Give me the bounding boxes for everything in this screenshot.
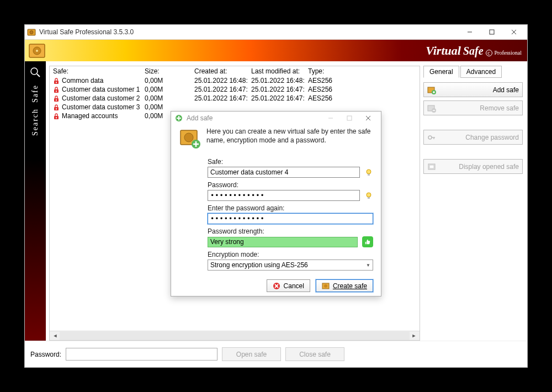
cancel-button[interactable]: Cancel — [267, 279, 310, 292]
svg-point-41 — [184, 133, 193, 142]
footer-password-label: Password: — [30, 351, 61, 358]
password-again-label: Enter the password again: — [208, 204, 373, 212]
dialog-intro-text: Here you can create a new virtual safe b… — [206, 127, 373, 145]
scroll-right-arrow[interactable]: ► — [410, 332, 418, 340]
hint-bulb-icon[interactable] — [364, 191, 373, 200]
password-strength-indicator: Very strong — [208, 237, 358, 247]
svg-rect-37 — [347, 116, 352, 120]
main-window: Virtual Safe Professional 3.5.3.0 Virtua… — [24, 24, 528, 368]
add-safe-button[interactable]: Add safe — [423, 82, 523, 97]
col-type[interactable]: Type: — [305, 66, 349, 76]
svg-rect-12 — [56, 82, 57, 83]
password-label: Password: — [208, 181, 373, 189]
col-safe[interactable]: Safe: — [50, 66, 141, 76]
dialog-maximize-button[interactable] — [340, 112, 359, 125]
strength-label: Password strength: — [208, 227, 373, 235]
plus-icon — [174, 114, 183, 123]
tab-general[interactable]: General — [423, 66, 459, 78]
table-row[interactable]: Customer data customer 30,00M — [50, 103, 420, 112]
close-button[interactable] — [503, 25, 525, 39]
svg-point-45 — [367, 169, 371, 174]
dialog-close-button[interactable] — [359, 112, 378, 125]
safe-remove-icon — [427, 104, 436, 113]
lock-icon — [53, 104, 60, 111]
svg-rect-16 — [56, 99, 57, 101]
svg-point-28 — [428, 136, 432, 139]
thumbs-up-icon — [362, 236, 373, 247]
cancel-icon — [273, 282, 280, 290]
right-panel: General Advanced Add safe Remove safe — [423, 66, 523, 341]
dialog-minimize-button[interactable] — [321, 112, 340, 125]
svg-rect-32 — [429, 165, 434, 168]
svg-rect-48 — [368, 197, 370, 199]
scroll-left-arrow[interactable]: ◄ — [51, 332, 60, 340]
encryption-mode-select[interactable]: Strong encryption using AES-256 ▼ — [208, 259, 373, 271]
chevron-down-icon: ▼ — [366, 263, 370, 268]
sidebar-label-search: Search — [31, 108, 40, 136]
titlebar: Virtual Safe Professional 3.5.3.0 — [25, 25, 527, 39]
password-input[interactable] — [208, 190, 360, 201]
lock-icon — [53, 87, 60, 93]
table-row[interactable]: Customer data customer 10,00M25.01.2022 … — [50, 85, 420, 94]
create-safe-button[interactable]: Create safe — [316, 279, 373, 292]
safe-logo-icon — [28, 42, 46, 60]
safe-plus-big-icon — [179, 127, 201, 149]
lock-icon — [53, 78, 60, 84]
password-again-input[interactable] — [208, 213, 373, 224]
safe-name-input[interactable] — [208, 167, 360, 178]
app-icon — [27, 28, 36, 36]
svg-rect-14 — [56, 91, 57, 92]
svg-point-47 — [367, 193, 371, 197]
maximize-button[interactable] — [481, 25, 503, 39]
svg-rect-18 — [56, 108, 57, 110]
minimize-button[interactable] — [459, 25, 481, 39]
lock-icon — [53, 96, 60, 102]
open-safe-button: Open safe — [222, 347, 281, 361]
magnifier-icon[interactable] — [30, 67, 41, 78]
svg-rect-3 — [490, 30, 494, 34]
svg-point-8 — [36, 50, 38, 52]
col-size[interactable]: Size: — [141, 66, 191, 76]
key-icon — [427, 133, 436, 142]
horizontal-scrollbar[interactable]: ◄ ► — [50, 331, 420, 340]
svg-line-10 — [37, 74, 40, 77]
sidebar: Search Safe — [25, 61, 46, 341]
change-password-button: Change password — [423, 130, 523, 145]
svg-rect-20 — [56, 117, 57, 119]
hint-bulb-icon[interactable] — [364, 168, 373, 177]
sidebar-label-safe: Safe — [31, 84, 40, 103]
encryption-mode-label: Encryption mode: — [208, 251, 373, 258]
brand-text: Virtual Safe c Professional — [426, 44, 522, 58]
window-title: Virtual Safe Professional 3.5.3.0 — [39, 28, 459, 36]
table-row[interactable]: Customer data customer 20,00M25.01.2022 … — [50, 94, 420, 103]
col-created[interactable]: Created at: — [191, 66, 248, 76]
footer-password-input[interactable] — [66, 348, 217, 361]
svg-rect-46 — [368, 174, 370, 176]
lock-icon — [53, 113, 60, 120]
add-safe-dialog: Add safe Here you can create a new virtu… — [171, 111, 381, 296]
tab-advanced[interactable]: Advanced — [460, 66, 502, 78]
open-safe-icon — [427, 162, 436, 171]
safe-icon — [322, 282, 330, 290]
dialog-title: Add safe — [187, 114, 213, 122]
safe-name-label: Safe: — [208, 158, 373, 166]
svg-point-1 — [30, 31, 33, 34]
table-header: Safe: Size: Created at: Last modified at… — [50, 66, 420, 76]
safe-add-icon — [427, 86, 436, 94]
display-opened-safe-button: Display opened safe — [423, 159, 523, 174]
svg-point-9 — [31, 68, 38, 75]
dialog-titlebar: Add safe — [171, 112, 381, 125]
close-safe-button: Close safe — [285, 347, 344, 361]
remove-safe-button: Remove safe — [423, 100, 523, 115]
banner: Virtual Safe c Professional — [25, 39, 527, 61]
table-row[interactable]: Common data0,00M25.01.2022 16:48:1525.01… — [50, 76, 420, 85]
svg-point-53 — [324, 284, 327, 288]
footer: Password: Open safe Close safe — [25, 341, 527, 367]
col-modified[interactable]: Last modified at: — [248, 66, 305, 76]
